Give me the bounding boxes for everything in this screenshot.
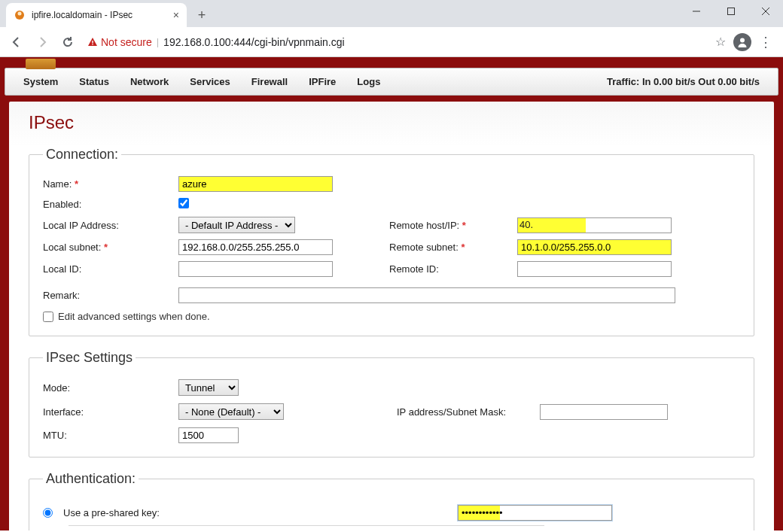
local-id-input[interactable] bbox=[178, 261, 333, 277]
mode-label: Mode: bbox=[43, 382, 178, 394]
remote-id-label: Remote ID: bbox=[389, 263, 517, 275]
remote-subnet-input[interactable] bbox=[517, 239, 672, 255]
security-warning[interactable]: Not secure bbox=[87, 36, 152, 48]
interface-select[interactable]: - None (Default) - bbox=[178, 403, 284, 420]
not-secure-label: Not secure bbox=[101, 36, 152, 48]
connection-legend: Connection: bbox=[43, 147, 121, 163]
traffic-status: Traffic: In 0.00 bit/s Out 0.00 bit/s bbox=[607, 76, 760, 87]
menu-icon[interactable]: ⋮ bbox=[759, 34, 772, 50]
reload-button[interactable] bbox=[57, 32, 78, 53]
remote-subnet-label: Remote subnet: bbox=[389, 242, 517, 253]
interface-label: Interface: bbox=[43, 406, 178, 418]
close-icon[interactable]: × bbox=[173, 9, 179, 21]
menu-ipfire[interactable]: IPFire bbox=[309, 76, 336, 87]
mtu-input[interactable] bbox=[178, 427, 239, 443]
local-subnet-label: Local subnet: bbox=[43, 242, 178, 253]
svg-point-1 bbox=[18, 12, 22, 16]
local-ip-select[interactable]: - Default IP Address - bbox=[178, 217, 295, 233]
logo-icon bbox=[26, 59, 56, 69]
name-label: Name: bbox=[43, 178, 178, 190]
browser-toolbar: Not secure | 192.168.0.100:444/cgi-bin/v… bbox=[0, 27, 783, 57]
psk-input[interactable] bbox=[458, 505, 612, 521]
browser-titlebar: ipfire.localdomain - IPsec × + bbox=[0, 0, 783, 27]
minimize-button[interactable] bbox=[679, 0, 714, 23]
svg-rect-7 bbox=[92, 44, 93, 44]
svg-point-8 bbox=[740, 38, 745, 42]
menu-network[interactable]: Network bbox=[130, 76, 169, 87]
psk-radio[interactable] bbox=[43, 508, 53, 518]
back-button[interactable] bbox=[6, 32, 27, 53]
remark-label: Remark: bbox=[43, 290, 178, 301]
remote-id-input[interactable] bbox=[517, 261, 672, 277]
maximize-button[interactable] bbox=[714, 0, 748, 23]
window-controls bbox=[679, 0, 783, 27]
ipsec-fieldset: IPsec Settings Mode: Tunnel Interface: -… bbox=[29, 350, 754, 458]
local-subnet-input[interactable] bbox=[178, 239, 333, 255]
close-window-button[interactable] bbox=[748, 0, 783, 23]
local-ip-label: Local IP Address: bbox=[43, 220, 178, 231]
browser-tab[interactable]: ipfire.localdomain - IPsec × bbox=[6, 3, 187, 27]
mtu-label: MTU: bbox=[43, 430, 178, 441]
connection-fieldset: Connection: Name: Enabled: Local IP Addr… bbox=[29, 147, 754, 336]
address-bar[interactable]: Not secure | 192.168.0.100:444/cgi-bin/v… bbox=[83, 31, 711, 53]
main-menubar: System Status Network Services Firewall … bbox=[5, 68, 778, 96]
menu-firewall[interactable]: Firewall bbox=[251, 76, 288, 87]
svg-rect-3 bbox=[728, 8, 735, 15]
profile-icon[interactable] bbox=[733, 33, 751, 51]
ipsec-legend: IPsec Settings bbox=[43, 350, 136, 366]
advanced-checkbox[interactable] bbox=[43, 312, 53, 322]
menu-system[interactable]: System bbox=[23, 76, 58, 87]
tab-title: ipfire.localdomain - IPsec bbox=[32, 10, 167, 20]
ipmask-label: IP address/Subnet Mask: bbox=[397, 406, 540, 418]
remote-host-label: Remote host/IP: bbox=[389, 220, 517, 231]
favicon-icon bbox=[14, 9, 26, 21]
url-separator: | bbox=[157, 36, 159, 47]
warning-icon bbox=[87, 37, 98, 47]
ipmask-input[interactable] bbox=[540, 404, 668, 420]
svg-rect-6 bbox=[92, 41, 93, 44]
menu-logs[interactable]: Logs bbox=[357, 76, 380, 87]
new-tab-button[interactable]: + bbox=[191, 5, 212, 26]
remark-input[interactable] bbox=[178, 287, 675, 303]
auth-fieldset: Authentication: Use a pre-shared key: Up… bbox=[29, 471, 754, 530]
page-title: IPsec bbox=[29, 112, 754, 133]
enabled-label: Enabled: bbox=[43, 199, 178, 210]
page-viewport: System Status Network Services Firewall … bbox=[0, 57, 783, 530]
auth-legend: Authentication: bbox=[43, 471, 139, 487]
advanced-label: Edit advanced settings when done. bbox=[58, 311, 210, 322]
bookmark-icon[interactable]: ☆ bbox=[715, 35, 726, 49]
url-text: 192.168.0.100:444/cgi-bin/vpnmain.cgi bbox=[163, 36, 706, 48]
psk-label: Use a pre-shared key: bbox=[63, 507, 447, 518]
enabled-checkbox[interactable] bbox=[178, 198, 189, 208]
menu-status[interactable]: Status bbox=[79, 76, 109, 87]
local-id-label: Local ID: bbox=[43, 263, 178, 275]
forward-button[interactable] bbox=[32, 32, 53, 53]
name-input[interactable] bbox=[178, 176, 333, 192]
menu-services[interactable]: Services bbox=[190, 76, 230, 87]
mode-select[interactable]: Tunnel bbox=[178, 379, 239, 396]
